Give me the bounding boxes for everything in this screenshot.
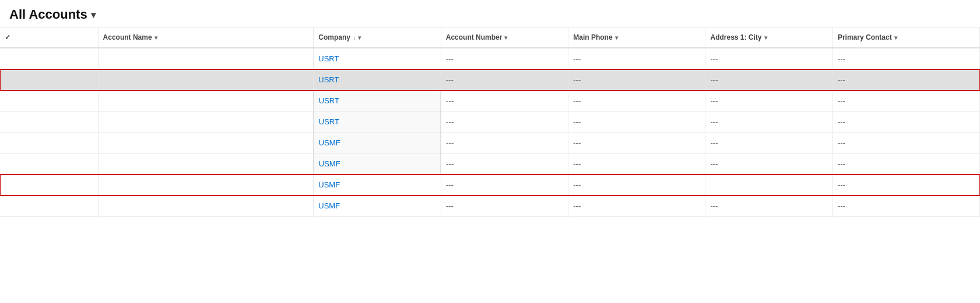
table-header-row: ✓ Account Name ▾ Company ↓ ▾ xyxy=(0,27,980,48)
company-link[interactable]: USMF xyxy=(318,201,340,210)
row-main-phone-cell: --- xyxy=(568,112,705,133)
row-address-city-cell xyxy=(705,175,833,196)
company-chevron-icon[interactable]: ▾ xyxy=(358,34,361,41)
row-account-name-cell[interactable] xyxy=(98,90,314,112)
company-link[interactable]: USRT xyxy=(319,96,339,105)
account-name-label: Account Name xyxy=(103,33,152,41)
address-city-label: Address 1: City xyxy=(710,33,761,41)
row-account-name-cell[interactable] xyxy=(98,112,314,133)
company-column-header[interactable]: Company ↓ ▾ xyxy=(314,27,441,48)
main-phone-chevron-icon[interactable]: ▾ xyxy=(615,34,618,41)
row-main-phone-cell: --- xyxy=(568,48,705,69)
row-account-number-cell: --- xyxy=(441,196,568,217)
row-address-city-cell: --- xyxy=(705,69,833,90)
company-link[interactable]: USRT xyxy=(319,117,339,126)
title-chevron[interactable]: ▾ xyxy=(91,9,96,20)
row-address-city-cell: --- xyxy=(705,48,833,69)
row-primary-contact-cell: --- xyxy=(833,175,979,196)
table-body: USRT------------USRT------------USRT----… xyxy=(0,48,980,217)
row-main-phone-cell: --- xyxy=(568,133,705,154)
row-company-cell[interactable]: USMF xyxy=(314,133,441,154)
row-address-city-cell: --- xyxy=(705,90,833,112)
row-check-cell[interactable] xyxy=(0,69,98,90)
table-wrapper: ✓ Account Name ▾ Company ↓ ▾ xyxy=(0,27,980,217)
page-header: All Accounts ▾ xyxy=(0,0,980,27)
account-name-sort-icon[interactable]: ▾ xyxy=(154,34,157,41)
table-row[interactable]: USRT------------ xyxy=(0,48,980,69)
row-check-cell[interactable] xyxy=(0,175,98,196)
row-primary-contact-cell: --- xyxy=(833,196,979,217)
account-number-chevron-icon[interactable]: ▾ xyxy=(504,34,507,41)
row-company-cell[interactable]: USMF xyxy=(314,196,441,217)
row-account-name-cell[interactable] xyxy=(98,69,314,90)
row-check-cell[interactable] xyxy=(0,48,98,69)
address-city-chevron-icon[interactable]: ▾ xyxy=(764,34,767,41)
account-name-column-header[interactable]: Account Name ▾ xyxy=(98,27,314,48)
row-main-phone-cell: --- xyxy=(568,196,705,217)
company-link[interactable]: USRT xyxy=(318,75,339,84)
table-row[interactable]: USMF--------- xyxy=(0,175,980,196)
main-phone-column-header[interactable]: Main Phone ▾ xyxy=(568,27,705,48)
company-label: Company xyxy=(318,33,350,41)
row-company-cell[interactable]: USMF xyxy=(314,175,441,196)
row-account-number-cell: --- xyxy=(441,112,568,133)
primary-contact-chevron-icon[interactable]: ▾ xyxy=(894,34,897,41)
row-main-phone-cell: --- xyxy=(568,90,705,112)
row-primary-contact-cell: --- xyxy=(833,154,979,175)
row-account-name-cell[interactable] xyxy=(98,48,314,69)
row-company-cell[interactable]: USMF xyxy=(314,154,441,175)
title-text: All Accounts xyxy=(9,7,87,22)
row-primary-contact-cell: --- xyxy=(833,112,979,133)
row-check-cell[interactable] xyxy=(0,90,98,112)
row-address-city-cell: --- xyxy=(705,112,833,133)
row-check-cell[interactable] xyxy=(0,154,98,175)
table-row[interactable]: USMF------------ xyxy=(0,154,980,175)
row-check-cell[interactable] xyxy=(0,196,98,217)
row-primary-contact-cell: --- xyxy=(833,90,979,112)
company-link[interactable]: USRT xyxy=(318,54,339,63)
row-account-name-cell[interactable] xyxy=(98,133,314,154)
address-city-column-header[interactable]: Address 1: City ▾ xyxy=(705,27,833,48)
table-row[interactable]: USMF------------ xyxy=(0,133,980,154)
row-company-cell[interactable]: USRT xyxy=(314,112,441,133)
company-link[interactable]: USMF xyxy=(318,180,340,189)
row-address-city-cell: --- xyxy=(705,154,833,175)
primary-contact-label: Primary Contact xyxy=(838,33,892,41)
header-check-icon[interactable]: ✓ xyxy=(5,33,10,41)
row-address-city-cell: --- xyxy=(705,133,833,154)
row-account-number-cell: --- xyxy=(441,69,568,90)
table-row[interactable]: USRT------------ xyxy=(0,90,980,112)
row-account-number-cell: --- xyxy=(441,90,568,112)
table-row[interactable]: USMF------------ xyxy=(0,196,980,217)
row-primary-contact-cell: --- xyxy=(833,48,979,69)
row-check-cell[interactable] xyxy=(0,112,98,133)
company-link[interactable]: USMF xyxy=(319,159,340,168)
row-check-cell[interactable] xyxy=(0,133,98,154)
primary-contact-column-header[interactable]: Primary Contact ▾ xyxy=(833,27,979,48)
row-account-name-cell[interactable] xyxy=(98,154,314,175)
table-row[interactable]: USRT------------ xyxy=(0,112,980,133)
check-column-header[interactable]: ✓ xyxy=(0,27,98,48)
row-account-name-cell[interactable] xyxy=(98,175,314,196)
row-primary-contact-cell: --- xyxy=(833,133,979,154)
row-account-number-cell: --- xyxy=(441,48,568,69)
row-account-name-cell[interactable] xyxy=(98,196,314,217)
row-company-cell[interactable]: USRT xyxy=(314,48,441,69)
account-number-column-header[interactable]: Account Number ▾ xyxy=(441,27,568,48)
main-phone-label: Main Phone xyxy=(573,33,612,41)
account-number-label: Account Number xyxy=(446,33,503,41)
row-account-number-cell: --- xyxy=(441,133,568,154)
company-sort-down-icon[interactable]: ↓ xyxy=(353,34,356,41)
row-address-city-cell: --- xyxy=(705,196,833,217)
row-account-number-cell: --- xyxy=(441,175,568,196)
row-primary-contact-cell: --- xyxy=(833,69,979,90)
row-company-cell[interactable]: USRT xyxy=(314,69,441,90)
row-main-phone-cell: --- xyxy=(568,69,705,90)
row-main-phone-cell: --- xyxy=(568,175,705,196)
row-company-cell[interactable]: USRT xyxy=(314,90,441,112)
accounts-table: ✓ Account Name ▾ Company ↓ ▾ xyxy=(0,27,980,217)
page-title: All Accounts ▾ xyxy=(9,7,96,22)
company-link[interactable]: USMF xyxy=(319,138,340,147)
row-account-number-cell: --- xyxy=(441,154,568,175)
table-row[interactable]: USRT------------ xyxy=(0,69,980,90)
